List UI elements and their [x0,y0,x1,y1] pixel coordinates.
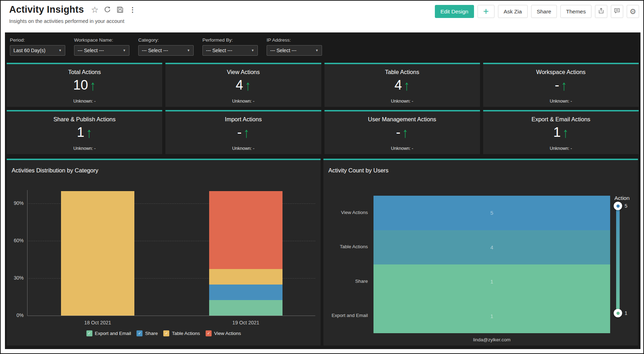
filter-label-workspace-name: Workspace Name: [74,37,129,43]
header: Activity Insights ☆ ⋮ Insights on the ac… [1,1,643,32]
legend-checkbox-view-actions[interactable]: ✓ [206,330,212,336]
kpi-footer: Unknown: - [7,146,162,151]
chevron-down-icon: ▼ [187,49,190,52]
y-category-label-export-and-email: Export and Email [323,313,368,318]
refresh-icon[interactable] [104,6,111,13]
kpi-card-view-actions: View Actions4↑Unknown: - [165,63,321,107]
bar-segment-19-oct-2021-view-actions[interactable] [209,191,282,269]
bar-segment-19-oct-2021-table-actions[interactable] [209,269,282,285]
heatmap-cell-view-actions[interactable]: 5 [373,196,610,230]
kpi-title: Table Actions [324,69,480,75]
filter-select-workspace-name[interactable]: --- Select ---▼ [74,45,129,56]
header-actions: Edit Design + Ask Zia Share Themes ⚙ [435,5,639,18]
favorite-star-icon[interactable]: ☆ [91,6,99,14]
kpi-value: 1 [77,125,84,140]
save-icon[interactable] [116,6,124,13]
activity-count-panel: Activity Count by Users 5View Actions4Ta… [323,159,638,346]
filter-label-category: Category: [138,37,194,43]
export-button[interactable] [595,5,607,18]
heatmap-cell-export-and-email[interactable]: 1 [373,299,610,334]
trend-up-arrow-icon: ↑ [404,78,410,92]
trend-up-arrow-icon: ↑ [90,78,96,92]
page-subtitle: Insights on the activities performed in … [9,18,124,24]
kpi-value-row: -↑ [165,125,321,140]
filter-period: Period:Last 60 Day(s)▼ [10,37,65,56]
kpi-card-export-email-actions: Export & Email Actions1↑Unknown: - [483,110,639,154]
title-icons: ☆ ⋮ [91,6,136,14]
legend-label: Table Actions [172,331,200,336]
kebab-menu-icon[interactable]: ⋮ [129,6,136,14]
share-button[interactable]: Share [531,5,557,18]
filter-workspace-name: Workspace Name:--- Select ---▼ [74,37,129,56]
filter-select-period[interactable]: Last 60 Day(s)▼ [10,45,65,56]
selected-value: --- Select --- [142,48,168,53]
kpi-footer: Unknown: - [483,146,639,151]
bar-segment-18-oct-2021-table-actions[interactable] [61,191,134,316]
chevron-down-icon: ▼ [315,49,318,52]
bar-segment-19-oct-2021-export-and-email[interactable] [209,300,282,316]
kpi-title: Export & Email Actions [483,116,639,123]
kpi-title: Workspace Actions [483,69,639,75]
app-window: Activity Insights ☆ ⋮ Insights on the ac… [0,0,644,354]
edit-design-button[interactable]: Edit Design [435,5,474,18]
kpi-value: - [555,78,559,93]
trend-up-arrow-icon: ↑ [86,126,92,139]
slider-min-value: 1 [625,310,627,316]
kpi-footer: Unknown: - [324,146,480,151]
cell-value: 1 [373,299,610,334]
kpi-value: 4 [395,78,402,93]
kpi-value: - [237,125,242,140]
kpi-value-row: 10↑ [7,78,162,93]
kpi-title: Import Actions [165,116,321,123]
bar-segment-19-oct-2021-share[interactable] [209,285,282,300]
filter-category: Category:--- Select ---▼ [138,37,194,56]
y-tick-label-90: 90% [8,200,24,206]
legend-checkbox-table-actions[interactable]: ✓ [163,330,169,336]
legend-checkbox-share[interactable]: ✓ [136,330,142,336]
add-button[interactable]: + [478,5,494,18]
settings-button[interactable]: ⚙ [627,5,639,18]
kpi-footer: Unknown: - [324,99,480,104]
selected-value: --- Select --- [78,48,104,53]
legend-item-view-actions[interactable]: ✓View Actions [206,330,241,336]
kpi-grid: Total Actions10↑Unknown: -View Actions4↑… [7,63,639,154]
filter-select-performed-by[interactable]: --- Select ---▼ [202,45,258,56]
legend-checkbox-export-and-email[interactable]: ✓ [86,330,92,336]
kpi-value: 1 [553,125,561,140]
kpi-value-row: 4↑ [165,78,321,93]
y-tick-label-30: 30% [8,275,24,281]
heatmap-cell-share[interactable]: 1 [373,264,610,299]
slider-handle-min[interactable] [614,309,622,317]
kpi-title: Share & Publish Actions [7,116,162,123]
trend-up-arrow-icon: ↑ [563,126,569,139]
legend-item-export-and-email[interactable]: ✓Export and Email [86,330,131,336]
kpi-title: Total Actions [7,69,162,75]
filter-label-period: Period: [10,37,65,43]
chart-title-users: Activity Count by Users [328,167,389,174]
cell-value: 5 [373,196,610,230]
title-row: Activity Insights ☆ ⋮ [9,4,136,15]
themes-button[interactable]: Themes [560,5,591,18]
kpi-card-user-management-actions: User Management Actions-↑Unknown: - [324,110,480,154]
kpi-value-row: 4↑ [324,78,480,93]
ask-zia-button[interactable]: Ask Zia [498,5,528,18]
comments-button[interactable] [611,5,623,18]
selected-value: --- Select --- [270,48,297,53]
kpi-value: 10 [73,78,88,93]
heatmap-cell-table-actions[interactable]: 4 [373,230,610,265]
legend-label: Share [145,331,158,336]
action-range-slider-track[interactable] [616,204,620,315]
legend-item-share[interactable]: ✓Share [136,330,158,336]
trend-up-arrow-icon: ↑ [245,78,251,92]
slider-handle-max[interactable] [614,202,622,210]
page-title: Activity Insights [9,4,84,15]
filter-select-ip-address[interactable]: --- Select ---▼ [267,45,322,56]
legend-item-table-actions[interactable]: ✓Table Actions [163,330,200,336]
kpi-card-table-actions: Table Actions4↑Unknown: - [324,63,480,107]
x-axis-user-label: linda@zylker.com [373,337,610,342]
x-axis-label-19-oct-2021: 19 Oct 2021 [207,320,285,325]
trend-up-arrow-icon: ↑ [402,126,408,139]
y-tick-label-60: 60% [8,238,24,243]
chart-legend: ✓Export and Email✓Share✓Table Actions✓Vi… [7,330,321,336]
filter-select-category[interactable]: --- Select ---▼ [138,45,194,56]
